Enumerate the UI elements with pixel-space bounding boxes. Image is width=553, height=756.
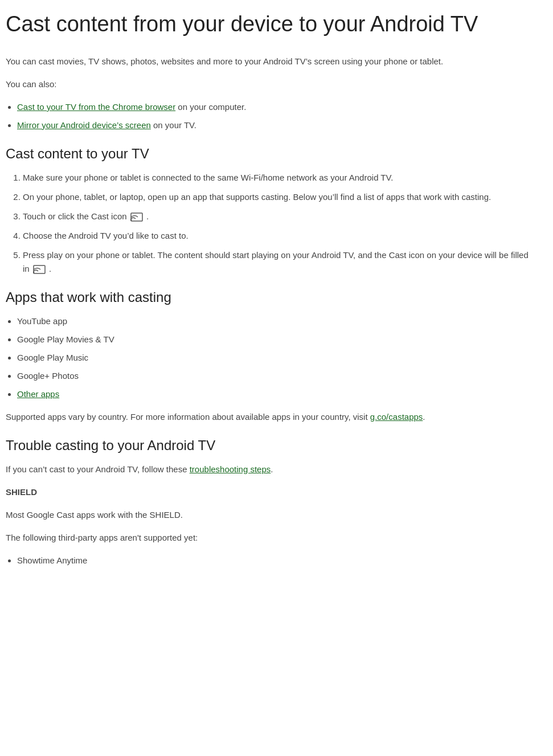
step-3-text: Touch or click the Cast icon — [23, 211, 127, 221]
supported-text: Supported apps vary by country. For more… — [6, 410, 530, 424]
also-suffix-2: on your TV. — [151, 120, 196, 130]
svg-point-1 — [130, 219, 132, 220]
app-name-1: YouTube app — [17, 316, 67, 326]
app-item-4: Google+ Photos — [17, 369, 530, 383]
cast-content-heading: Cast content to your TV — [6, 146, 530, 162]
app-item-2: Google Play Movies & TV — [17, 333, 530, 346]
step-3-period: . — [146, 211, 149, 221]
supported-after: . — [423, 412, 425, 422]
cast-icon-2 — [33, 264, 46, 275]
chrome-browser-link[interactable]: Cast to your TV from the Chrome browser — [17, 102, 175, 112]
troubleshooting-link[interactable]: troubleshooting steps — [190, 464, 271, 474]
third-party-text: The following third-party apps aren't su… — [6, 531, 530, 545]
app-name-2: Google Play Movies & TV — [17, 334, 114, 344]
svg-rect-0 — [131, 213, 142, 221]
other-apps-item: Other apps — [17, 387, 530, 401]
unsupported-app-1: Showtime Anytime — [17, 554, 530, 567]
also-list: Cast to your TV from the Chrome browser … — [17, 100, 530, 132]
also-suffix-1: on your computer. — [175, 102, 246, 112]
cast-icon-1 — [130, 212, 143, 222]
shield-heading: SHIELD — [6, 485, 530, 499]
castapps-link[interactable]: g.co/castapps — [370, 412, 423, 422]
supported-before: Supported apps vary by country. For more… — [6, 412, 370, 422]
app-name-3: Google Play Music — [17, 353, 88, 362]
steps-list: Make sure your phone or tablet is connec… — [23, 171, 530, 276]
unsupported-app-name-1: Showtime Anytime — [17, 555, 87, 565]
shield-text: Most Google Cast apps work with the SHIE… — [6, 508, 530, 522]
step-1-text: Make sure your phone or tablet is connec… — [23, 173, 393, 182]
also-item-1: Cast to your TV from the Chrome browser … — [17, 100, 530, 114]
page-title: Cast content from your device to your An… — [6, 11, 530, 38]
apps-list: YouTube app Google Play Movies & TV Goog… — [17, 314, 530, 401]
trouble-after: . — [271, 464, 273, 474]
svg-rect-2 — [34, 265, 45, 273]
can-also-label: You can also: — [6, 77, 530, 91]
unsupported-apps-list: Showtime Anytime — [17, 554, 530, 567]
step-2-text: On your phone, tablet, or laptop, open u… — [23, 192, 491, 202]
app-item-1: YouTube app — [17, 314, 530, 328]
step-5-text: Press play on your phone or tablet. The … — [23, 250, 529, 273]
step-4-text: Choose the Android TV you’d like to cast… — [23, 231, 189, 240]
intro-text: You can cast movies, TV shows, photos, w… — [6, 55, 530, 68]
step-4: Choose the Android TV you’d like to cast… — [23, 229, 530, 243]
shield-label: SHIELD — [6, 487, 37, 497]
trouble-text: If you can’t cast to your Android TV, fo… — [6, 463, 530, 476]
other-apps-link[interactable]: Other apps — [17, 389, 59, 399]
trouble-heading: Trouble casting to your Android TV — [6, 438, 530, 453]
also-item-2: Mirror your Android device’s screen on y… — [17, 118, 530, 132]
mirror-screen-link[interactable]: Mirror your Android device’s screen — [17, 120, 151, 130]
app-item-3: Google Play Music — [17, 351, 530, 365]
apps-casting-heading: Apps that work with casting — [6, 289, 530, 305]
step-5-period: . — [49, 264, 51, 273]
step-3: Touch or click the Cast icon . — [23, 210, 530, 223]
svg-point-3 — [33, 271, 35, 273]
app-name-4: Google+ Photos — [17, 371, 79, 381]
step-5: Press play on your phone or tablet. The … — [23, 248, 530, 276]
step-1: Make sure your phone or tablet is connec… — [23, 171, 530, 185]
trouble-before: If you can’t cast to your Android TV, fo… — [6, 464, 190, 474]
step-2: On your phone, tablet, or laptop, open u… — [23, 190, 530, 204]
